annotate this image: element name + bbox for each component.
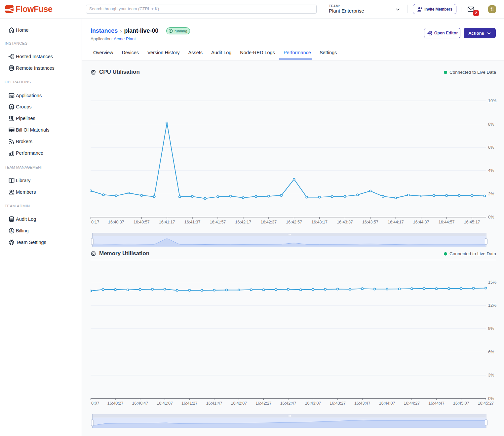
svg-text:16:41:27: 16:41:27 bbox=[181, 401, 198, 406]
svg-text:16:43:17: 16:43:17 bbox=[311, 220, 328, 224]
svg-text:16:42:37: 16:42:37 bbox=[260, 220, 277, 224]
svg-text:16:41:17: 16:41:17 bbox=[159, 220, 175, 224]
svg-text:16:45:07: 16:45:07 bbox=[453, 401, 469, 406]
svg-text:3%: 3% bbox=[488, 373, 494, 377]
svg-text:16:44:57: 16:44:57 bbox=[439, 220, 455, 224]
svg-text:16:44:47: 16:44:47 bbox=[428, 401, 445, 406]
svg-text:16:45:27: 16:45:27 bbox=[478, 401, 494, 406]
svg-text:16:42:57: 16:42:57 bbox=[286, 220, 302, 224]
svg-text:2%: 2% bbox=[488, 192, 494, 196]
svg-text:0%: 0% bbox=[488, 396, 494, 401]
svg-text:16:40:27: 16:40:27 bbox=[107, 401, 124, 406]
svg-text:16:42:07: 16:42:07 bbox=[231, 401, 247, 406]
svg-text:16:44:17: 16:44:17 bbox=[388, 220, 404, 224]
svg-text:16:43:07: 16:43:07 bbox=[305, 401, 321, 406]
svg-text:6%: 6% bbox=[488, 350, 494, 354]
svg-text:16:40:37: 16:40:37 bbox=[108, 220, 124, 224]
svg-text:16:44:37: 16:44:37 bbox=[413, 220, 429, 224]
svg-text:16:42:27: 16:42:27 bbox=[255, 401, 272, 406]
svg-text:4%: 4% bbox=[488, 168, 494, 173]
svg-text:16:43:47: 16:43:47 bbox=[354, 401, 370, 406]
svg-text:16:41:57: 16:41:57 bbox=[210, 220, 226, 224]
svg-text:8%: 8% bbox=[488, 122, 494, 127]
svg-text:16:43:57: 16:43:57 bbox=[362, 220, 378, 224]
svg-text:16:42:17: 16:42:17 bbox=[235, 220, 252, 224]
svg-text:9%: 9% bbox=[488, 326, 494, 331]
svg-text:16:44:07: 16:44:07 bbox=[379, 401, 395, 406]
svg-text:15%: 15% bbox=[488, 280, 496, 285]
svg-text:10%: 10% bbox=[488, 99, 496, 103]
svg-text:16:41:07: 16:41:07 bbox=[157, 401, 173, 406]
svg-text:16:45:17: 16:45:17 bbox=[464, 220, 480, 224]
svg-text:16:41:37: 16:41:37 bbox=[184, 220, 201, 224]
svg-text:0:07: 0:07 bbox=[91, 401, 99, 406]
svg-text:16:43:27: 16:43:27 bbox=[330, 401, 346, 406]
svg-text:6%: 6% bbox=[488, 145, 494, 150]
svg-text:16:41:47: 16:41:47 bbox=[206, 401, 222, 406]
svg-text:16:43:37: 16:43:37 bbox=[337, 220, 353, 224]
svg-text:16:40:47: 16:40:47 bbox=[132, 401, 148, 406]
svg-text:12%: 12% bbox=[488, 303, 496, 308]
svg-text:16:42:47: 16:42:47 bbox=[280, 401, 296, 406]
svg-text:16:44:27: 16:44:27 bbox=[404, 401, 420, 406]
svg-text:0%: 0% bbox=[488, 215, 494, 219]
svg-text:16:40:57: 16:40:57 bbox=[134, 220, 150, 224]
svg-text:0:17: 0:17 bbox=[91, 220, 99, 224]
